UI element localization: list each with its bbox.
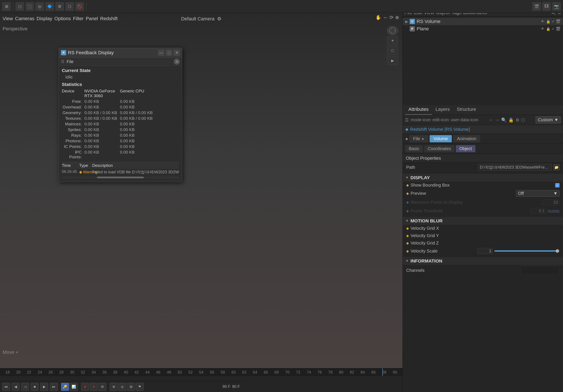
attr-toolbar-settings[interactable]: ⚙ — [515, 117, 519, 123]
toolbar-icon-gear[interactable]: ⚙ — [55, 2, 64, 11]
toolbar-icon-colored-cube[interactable]: 🔷 — [45, 2, 54, 11]
viewport-icon-hand[interactable]: ✋ — [375, 15, 381, 20]
dialog-close-btn[interactable]: ✕ — [174, 50, 180, 56]
btn-record[interactable]: ● — [81, 383, 89, 391]
attr-subtab-object[interactable]: Object — [456, 145, 475, 152]
vol-subtab-file[interactable]: File ▼ — [409, 135, 428, 142]
tick-66: 66 — [260, 370, 271, 375]
attr-slider-thumb[interactable] — [556, 249, 559, 253]
viewport-icon-rotate[interactable]: ⟳ — [389, 15, 393, 20]
dialog-close-circle-btn[interactable]: ✕ — [174, 59, 180, 65]
attr-toolbar-userdata[interactable]: user-data-icon — [451, 117, 478, 122]
attr-custom-dropdown[interactable]: Custom ▼ — [536, 116, 561, 123]
attr-toolbar-forward[interactable]: → — [495, 117, 499, 122]
toolbar-icon-film2[interactable]: 🎞 — [542, 2, 551, 11]
dialog-scrollbar-thumb[interactable] — [97, 177, 144, 178]
dialog-minimize-btn[interactable]: — — [158, 50, 164, 56]
attr-tab-layers[interactable]: Layers — [432, 104, 453, 115]
toolbar-icon-photo[interactable]: 📷 — [552, 2, 561, 11]
attr-path-browse-btn[interactable]: 📁 — [553, 164, 560, 170]
list-item-rs-volume[interactable]: ▶ V RS Volume 👁 🔒 ✓ 🎬 — [403, 18, 563, 25]
dialog-menu-hamburger[interactable]: ☰ — [61, 59, 64, 64]
btn-guide[interactable]: ⚑ — [136, 383, 143, 391]
btn-go-end[interactable]: ⏭ — [50, 383, 58, 391]
obj-lock-btn-rs-volume[interactable]: 🔒 — [546, 19, 551, 24]
viewport-menu-panel[interactable]: Panel — [86, 16, 98, 22]
obj-eye-btn-plane[interactable]: 👁 — [540, 26, 545, 31]
attr-checkbox-bounding-box[interactable]: ✓ — [555, 183, 560, 187]
viewport-menu-cameras[interactable]: Cameras — [15, 16, 34, 22]
viewport-menu-redshift[interactable]: Redshift — [100, 16, 118, 22]
viewport-icon-zoom[interactable]: ⊕ — [395, 15, 399, 20]
stats-val-sprites-2: 0.00 KB — [120, 127, 155, 132]
vol-subtab-animation[interactable]: Animation — [453, 135, 480, 142]
attr-section-display-header[interactable]: ▼ DISPLAY — [403, 174, 563, 182]
attr-toolbar-back[interactable]: ← — [489, 117, 493, 122]
stats-val-ic-points-1: 0.00 KB — [84, 144, 119, 149]
attr-toolbar-expand[interactable]: ⬡ — [521, 117, 525, 123]
dialog-scrollbar[interactable] — [62, 177, 179, 178]
toolbar-icon-cube-outline[interactable]: ◻ — [15, 2, 24, 11]
attr-input-max-points[interactable] — [542, 199, 560, 205]
attr-tab-attributes[interactable]: Attributes — [405, 104, 432, 115]
btn-motion-clip[interactable]: ⚙ — [99, 383, 106, 391]
attr-toolbar-mode[interactable]: mode-icon — [410, 117, 431, 122]
btn-timeline-mode[interactable]: 📊 — [70, 383, 78, 391]
btn-target[interactable]: ◎ — [118, 383, 126, 391]
attr-toolbar-menu-icon[interactable]: ☰ — [405, 117, 409, 123]
btn-play[interactable]: ▶ — [40, 383, 48, 391]
viewport-move-label[interactable]: Move + — [3, 350, 18, 355]
attr-path-value[interactable]: D:\작업\과제W2023 3D2WassetWFree-Pixel-Lab-V… — [478, 164, 552, 171]
toolbar-icon-film[interactable]: 🎬 — [532, 2, 541, 11]
btn-prev-frame[interactable]: ◀ — [12, 383, 20, 391]
btn-auto-key[interactable]: A — [90, 383, 98, 391]
dialog-menu-file[interactable]: File — [67, 59, 74, 64]
nav-btn-play[interactable]: ▶ — [387, 56, 398, 65]
obj-lock-btn-plane[interactable]: 🔒 — [546, 26, 551, 31]
stats-val-overhead-1: 0.00 KB — [84, 105, 119, 110]
btn-keyframe-mode[interactable]: 🔑 — [61, 383, 69, 391]
attr-subtab-basic[interactable]: Basic — [405, 145, 423, 152]
attr-link-isolate[interactable]: isolate — [548, 209, 560, 213]
preview-dropdown-arrow: ▼ — [553, 191, 558, 196]
nav-btn-display[interactable]: ⬡ — [387, 46, 398, 55]
viewport-icon-move[interactable]: ↔ — [383, 15, 388, 20]
toolbar-icon-grid[interactable]: ⊞ — [2, 2, 11, 11]
viewport-menu-display[interactable]: Display — [37, 16, 52, 22]
attr-section-display-title: DISPLAY — [410, 175, 430, 180]
nav-btn-light[interactable]: ☀ — [387, 36, 398, 45]
attr-toolbar-search[interactable]: 🔍 — [501, 117, 507, 123]
attr-toolbar-lock[interactable]: 🔒 — [508, 117, 514, 123]
attr-section-information-header[interactable]: ▼ INFORMATION — [403, 257, 563, 265]
toolbar-icon-slash[interactable]: 🚫 — [75, 2, 84, 11]
attr-input-velocity-scale[interactable] — [478, 248, 493, 254]
attr-section-motion-blur: ▼ MOTION BLUR ◆ Velocity Grid X ◆ Veloci… — [403, 217, 563, 255]
viewport-menu-view[interactable]: View — [3, 16, 13, 22]
attr-input-prune-threshold[interactable] — [531, 208, 546, 214]
nav-cube-rotate[interactable]: T B L R — [387, 26, 398, 35]
btn-go-start[interactable]: ⏮ — [2, 383, 10, 391]
toolbar-icon-hex[interactable]: ⬡ — [65, 2, 74, 11]
btn-snap[interactable]: ⊕ — [110, 383, 117, 391]
attr-toolbar-edit[interactable]: edit-icon — [433, 117, 449, 122]
tl-icon-group-2: ● A ⚙ — [81, 383, 106, 391]
toolbar-icon-cube-solid[interactable]: ⬛ — [25, 2, 34, 11]
dialog-maximize-btn[interactable]: □ — [166, 50, 172, 56]
vol-subtab-volume[interactable]: Volume — [430, 135, 452, 142]
btn-grid[interactable]: ⊞ — [127, 383, 135, 391]
attr-tab-structure[interactable]: Structure — [453, 104, 479, 115]
btn-play-back[interactable]: ◁ — [21, 383, 29, 391]
viewport-menu-filter[interactable]: Filter — [73, 16, 84, 22]
attr-subtab-coordinates[interactable]: Coordinates — [424, 145, 455, 152]
attr-section-motion-blur-header[interactable]: ▼ MOTION BLUR — [403, 217, 563, 225]
list-item-plane[interactable]: ▶ P Plane 👁 🔒 ✓ 🎬 — [403, 25, 563, 33]
camera-settings-icon[interactable]: ⚙ — [217, 16, 221, 22]
obj-eye-btn-rs-volume[interactable]: 👁 — [540, 19, 545, 24]
attr-slider-velocity-scale[interactable] — [495, 250, 560, 252]
obj-actions-plane: 👁 🔒 ✓ 🎬 — [540, 26, 560, 31]
timeline-ruler[interactable]: 18 20 22 24 26 28 30 32 34 36 38 40 42 4… — [0, 368, 403, 376]
viewport-menu-options[interactable]: Options — [54, 16, 71, 22]
toolbar-icon-ring[interactable]: ◎ — [35, 2, 44, 11]
btn-stop[interactable]: ■ — [31, 383, 38, 391]
attr-dropdown-preview[interactable]: Off ▼ — [516, 190, 560, 197]
